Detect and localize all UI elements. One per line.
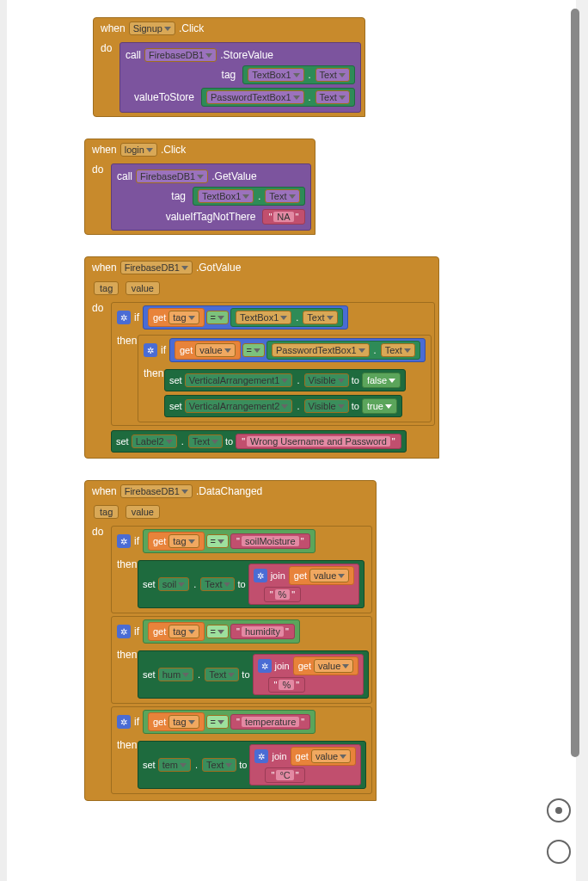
component-firebase[interactable]: FirebaseDB1 [144, 48, 217, 62]
join-block[interactable]: ✲ join get value "°C" [249, 744, 361, 786]
gear-icon[interactable]: ✲ [254, 569, 267, 582]
event-name: .Click [179, 22, 204, 34]
equals-block[interactable]: get tag = TextBox1. Text [143, 305, 348, 330]
event-gotvalue[interactable]: when FirebaseDB1 .GotValue tag value do … [84, 256, 576, 459]
textbox1-text-getter[interactable]: TextBox1 . Text [242, 65, 355, 84]
arg-valuetostore-label: valueToStore [126, 91, 194, 103]
join-block[interactable]: ✲ join get value "%" [248, 564, 360, 605]
if-block[interactable]: ✲ if get tag = "soilMoisture" then set s… [111, 526, 372, 613]
set-va2-visible[interactable]: set VerticalArrangement2. Visible to tru… [164, 395, 402, 417]
gear-icon[interactable]: ✲ [144, 343, 157, 357]
blocks-canvas[interactable]: when Signup .Click do call FirebaseDB1 .… [0, 0, 576, 881]
event-signup-click[interactable]: when Signup .Click do call FirebaseDB1 .… [93, 17, 576, 117]
passwordtextbox1-text-getter[interactable]: PasswordTextBox1 . Text [201, 88, 355, 107]
gear-icon[interactable]: ✲ [117, 534, 131, 548]
set-soil-text[interactable]: set soil. Text to ✲ join get value "%" [138, 560, 364, 608]
set-tem-text[interactable]: set tem. Text to ✲ join get value "°C" [138, 741, 366, 789]
set-hum-text[interactable]: set hum. Text to ✲ join get value "%" [138, 650, 369, 699]
if-outer[interactable]: ✲ if get tag = TextBox1. Text then [111, 302, 435, 426]
scrollbar[interactable] [571, 9, 579, 757]
gear-icon[interactable]: ✲ [117, 311, 131, 324]
join-block[interactable]: ✲ join get value "%" [253, 654, 364, 695]
call-getvalue[interactable]: call FirebaseDB1 .GetValue tag TextBox1 … [111, 163, 311, 231]
if-inner[interactable]: ✲ if get value = PasswordTextBox1. Text [138, 335, 432, 422]
set-va1-visible[interactable]: set VerticalArrangement1. Visible to fal… [164, 369, 406, 391]
if-block[interactable]: ✲ if get tag = "humidity" then set hum. … [111, 616, 372, 704]
gear-icon[interactable]: ✲ [117, 625, 131, 638]
gear-icon[interactable]: ✲ [258, 659, 272, 673]
gear-icon[interactable]: ✲ [254, 749, 268, 763]
target-icon[interactable] [547, 840, 571, 864]
do-keyword: do [101, 42, 112, 54]
text-na[interactable]: "NA" [262, 209, 304, 225]
component-signup[interactable]: Signup [129, 22, 175, 35]
param-value[interactable]: value [126, 281, 160, 295]
gear-icon[interactable]: ✲ [117, 715, 131, 729]
get-tag[interactable]: get tag [148, 308, 205, 327]
if-block[interactable]: ✲ if get tag = "temperature" then set te… [111, 706, 372, 794]
param-tag[interactable]: tag [94, 281, 119, 295]
set-label2-text[interactable]: set Label2. Text to "Wrong Username and … [111, 430, 407, 453]
call-storevalue[interactable]: call FirebaseDB1 .StoreValue tag TextBox… [119, 42, 361, 113]
when-keyword: when [101, 22, 126, 34]
center-icon[interactable] [547, 798, 571, 822]
event-datachanged[interactable]: when FirebaseDB1 .DataChanged tag value … [84, 480, 576, 801]
arg-tag-label: tag [167, 69, 236, 81]
event-login-click[interactable]: when login .Click do call FirebaseDB1 .G… [84, 139, 576, 235]
component-login[interactable]: login [120, 143, 157, 157]
